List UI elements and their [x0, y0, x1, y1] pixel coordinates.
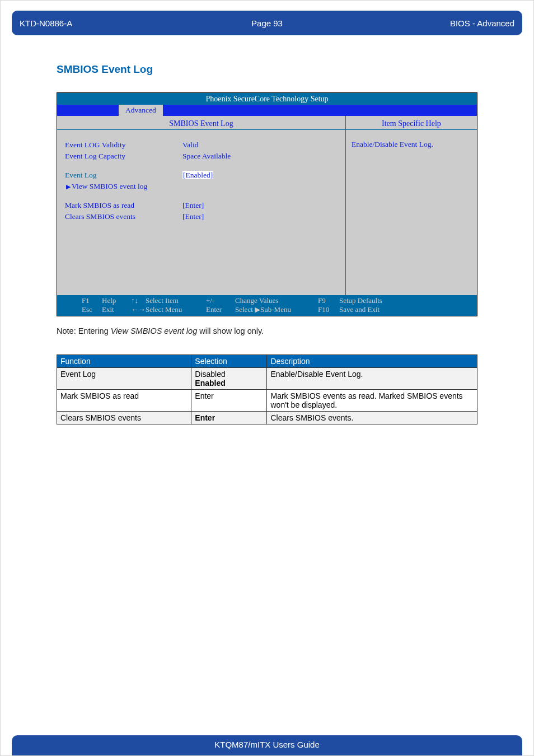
page-header: KTD-N0886-A Page 93 BIOS - Advanced	[12, 11, 522, 35]
key-updown-label: Select Item	[146, 296, 206, 305]
spacer	[65, 162, 338, 170]
key-enter: Enter	[206, 305, 235, 314]
sel-enabled: Enabled	[195, 379, 225, 388]
td-func: Clears SMBIOS events	[57, 412, 191, 424]
key-f1: F1	[82, 296, 102, 305]
table-row: Mark SMBIOS as read Enter Mark SMBIOS ev…	[57, 390, 477, 412]
key-plusminus: +/-	[206, 296, 235, 305]
bios-help-text: Enable/Disable Event Log.	[346, 130, 477, 159]
note-text: Note: Entering View SMBIOS event log wil…	[57, 326, 477, 335]
key-esc-label: Exit	[102, 305, 129, 314]
function-table: Function Selection Description Event Log…	[57, 354, 477, 424]
note-italic: View SMBIOS event log	[111, 326, 197, 335]
td-sel: Enter	[191, 412, 267, 424]
key-plusminus-label: Change Values	[235, 296, 318, 305]
td-desc: Enable/Disable Event Log.	[267, 368, 477, 390]
value-event-log-selected: [Enabled]	[182, 171, 213, 179]
spacer	[65, 193, 338, 200]
bios-tab-bar: Advanced	[57, 105, 477, 116]
value-event-log[interactable]: [Enabled]	[182, 170, 213, 180]
doc-id: KTD-N0886-A	[20, 18, 185, 28]
row-clears-smbios[interactable]: Clears SMBIOS events [Enter]	[65, 212, 338, 222]
table-row: Clears SMBIOS events Enter Clears SMBIOS…	[57, 412, 477, 424]
td-func: Event Log	[57, 368, 191, 390]
bios-key-row-1: F1 Help ↑↓ Select Item +/- Change Values…	[59, 296, 475, 305]
td-desc: Mark SMBIOS events as read. Marked SMBIO…	[267, 390, 477, 412]
bios-window-title: Phoenix SecureCore Technology Setup	[57, 93, 477, 105]
key-leftright-label: Select Menu	[146, 305, 206, 314]
label-validity: Event LOG Validity	[65, 140, 182, 150]
page: KTD-N0886-A Page 93 BIOS - Advanced SMBI…	[0, 0, 534, 756]
doc-section: BIOS - Advanced	[349, 18, 514, 28]
key-esc: Esc	[82, 305, 102, 314]
table-header-row: Function Selection Description	[57, 355, 477, 368]
table-row: Event Log Disabled Enabled Enable/Disabl…	[57, 368, 477, 390]
row-view-smbios[interactable]: ▶ View SMBIOS event log	[65, 181, 338, 192]
sel-disabled: Disabled	[195, 370, 225, 379]
value-mark-smbios: [Enter]	[182, 200, 204, 211]
td-desc: Clears SMBIOS events.	[267, 412, 477, 424]
label-mark-smbios: Mark SMBIOS as read	[65, 200, 182, 211]
note-suffix: will show log only.	[197, 326, 264, 335]
row-event-log-capacity: Event Log Capacity Space Available	[65, 151, 338, 161]
row-event-log-validity: Event LOG Validity Valid	[65, 140, 338, 150]
bios-setup-screenshot: Phoenix SecureCore Technology Setup Adva…	[57, 92, 477, 316]
bios-key-row-2: Esc Exit ←→ Select Menu Enter Select ▶Su…	[59, 305, 475, 314]
bios-left-pane: SMBIOS Event Log Event LOG Validity Vali…	[57, 116, 346, 295]
key-enter-label: Select ▶Sub-Menu	[235, 305, 318, 314]
bios-right-title: Item Specific Help	[346, 116, 477, 130]
value-validity: Valid	[182, 140, 199, 150]
submenu-arrow-icon: ▶	[66, 181, 71, 192]
value-clears-smbios: [Enter]	[182, 212, 204, 222]
bios-left-title: SMBIOS Event Log	[57, 116, 345, 130]
bios-key-help: F1 Help ↑↓ Select Item +/- Change Values…	[57, 295, 477, 316]
key-f10-label: Save and Exit	[339, 305, 380, 314]
bios-right-pane: Item Specific Help Enable/Disable Event …	[346, 116, 477, 295]
key-f9: F9	[318, 296, 339, 305]
page-number: Page 93	[185, 18, 350, 28]
th-description: Description	[267, 355, 477, 368]
label-capacity: Event Log Capacity	[65, 151, 182, 161]
key-f9-label: Setup Defaults	[339, 296, 382, 305]
key-updown: ↑↓	[129, 296, 146, 305]
note-prefix: Note: Entering	[57, 326, 111, 335]
section-title: SMBIOS Event Log	[57, 63, 522, 76]
row-mark-smbios[interactable]: Mark SMBIOS as read [Enter]	[65, 200, 338, 211]
key-leftright: ←→	[129, 305, 146, 314]
label-view-smbios: View SMBIOS event log	[65, 181, 182, 192]
key-f1-label: Help	[102, 296, 129, 305]
key-f10: F10	[318, 305, 339, 314]
bios-tab-advanced[interactable]: Advanced	[119, 105, 163, 116]
label-event-log: Event Log	[65, 170, 182, 180]
label-clears-smbios: Clears SMBIOS events	[65, 212, 182, 222]
bios-left-content: Event LOG Validity Valid Event Log Capac…	[57, 130, 345, 287]
th-function: Function	[57, 355, 191, 368]
th-selection: Selection	[191, 355, 267, 368]
page-footer: KTQM87/mITX Users Guide	[12, 735, 522, 755]
bios-body: SMBIOS Event Log Event LOG Validity Vali…	[57, 116, 477, 295]
row-event-log[interactable]: Event Log [Enabled]	[65, 170, 338, 180]
td-sel: Disabled Enabled	[191, 368, 267, 390]
td-sel: Enter	[191, 390, 267, 412]
value-capacity: Space Available	[182, 151, 231, 161]
td-func: Mark SMBIOS as read	[57, 390, 191, 412]
